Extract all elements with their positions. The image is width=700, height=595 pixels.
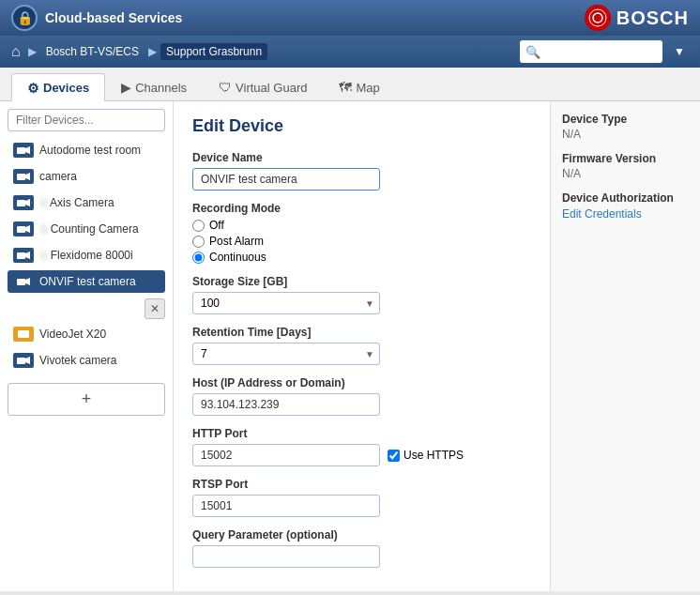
device-name-label: Device Name bbox=[192, 151, 531, 164]
nav-search-box[interactable]: 🔍 bbox=[520, 40, 662, 63]
list-item[interactable]: VideoJet X20 bbox=[8, 323, 165, 345]
device-type-label: Device Type bbox=[562, 113, 689, 126]
query-param-group: Query Parameter (optional) bbox=[192, 528, 531, 568]
storage-size-group: Storage Size [GB] 100 ▼ bbox=[192, 275, 531, 314]
list-item[interactable]: Vivotek camera bbox=[8, 349, 165, 372]
firmware-version-label: Firmware Version bbox=[562, 152, 689, 165]
retention-time-wrapper: 7 ▼ bbox=[192, 343, 380, 365]
radio-post-alarm[interactable]: Post Alarm bbox=[192, 235, 531, 248]
device-type-section: Device Type N/A bbox=[562, 113, 689, 141]
edit-credentials-link[interactable]: Edit Credentials bbox=[562, 207, 642, 221]
use-https-label[interactable]: Use HTTPS bbox=[388, 449, 464, 462]
list-item[interactable]: 's Flexidome 8000i bbox=[8, 244, 165, 267]
search-input[interactable] bbox=[544, 45, 657, 58]
list-item[interactable]: ONVIF test camera bbox=[8, 270, 165, 293]
storage-size-label: Storage Size [GB] bbox=[192, 275, 531, 288]
firmware-version-value: N/A bbox=[562, 167, 689, 180]
list-item[interactable]: 's Axis Camera bbox=[8, 191, 165, 214]
use-https-text: Use HTTPS bbox=[403, 449, 464, 462]
nav-bar: ⌂ ▶ Bosch BT-VS/ECS ▶ Support Grasbrunn … bbox=[0, 36, 700, 68]
main-content: Autodome test room camera 's Axis Camera… bbox=[0, 101, 700, 591]
svg-rect-12 bbox=[17, 279, 25, 285]
tab-channels-label: Channels bbox=[135, 81, 187, 95]
camera-icon bbox=[13, 143, 34, 158]
devices-tab-icon: ⚙ bbox=[27, 81, 39, 96]
camera-icon bbox=[13, 248, 34, 263]
list-item[interactable]: Autodome test room bbox=[8, 139, 165, 161]
list-item[interactable]: 's Counting Camera bbox=[8, 218, 165, 240]
radio-off[interactable]: Off bbox=[192, 219, 531, 232]
radio-off-input[interactable] bbox=[192, 220, 205, 232]
add-device-button[interactable]: + bbox=[8, 383, 165, 416]
device-name-field[interactable] bbox=[192, 168, 380, 191]
device-name-group: Device Name bbox=[192, 151, 531, 191]
radio-post-alarm-input[interactable] bbox=[192, 236, 205, 248]
list-item[interactable]: camera bbox=[8, 165, 165, 188]
camera-icon bbox=[13, 353, 34, 368]
host-label: Host (IP Address or Domain) bbox=[192, 376, 531, 389]
app-title: Cloud-based Services bbox=[45, 10, 182, 25]
svg-marker-9 bbox=[25, 225, 30, 233]
rtsp-port-label: RTSP Port bbox=[192, 478, 531, 491]
device-name: 's Axis Camera bbox=[39, 196, 160, 209]
tabs-bar: ⚙ Devices ▶ Channels 🛡 Virtual Guard 🗺 M… bbox=[0, 68, 700, 101]
device-type-value: N/A bbox=[562, 128, 689, 141]
bosch-circle-icon bbox=[585, 5, 611, 31]
svg-marker-7 bbox=[25, 199, 30, 206]
recording-mode-group: Recording Mode Off Post Alarm Continuous bbox=[192, 202, 531, 264]
recording-mode-label: Recording Mode bbox=[192, 202, 531, 215]
device-name: VideoJet X20 bbox=[39, 328, 160, 341]
storage-size-select[interactable]: 100 bbox=[192, 292, 380, 314]
delete-device-button[interactable]: ✕ bbox=[145, 298, 165, 319]
bosch-label: BOSCH bbox=[616, 8, 689, 29]
bosch-logo: BOSCH bbox=[585, 5, 689, 31]
camera-icon bbox=[13, 169, 34, 184]
device-name: ONVIF test camera bbox=[39, 275, 160, 288]
tab-devices[interactable]: ⚙ Devices bbox=[11, 73, 105, 101]
tab-virtual-guard[interactable]: 🛡 Virtual Guard bbox=[203, 73, 323, 100]
device-name: 's Flexidome 8000i bbox=[39, 249, 160, 262]
svg-rect-10 bbox=[17, 252, 25, 259]
svg-rect-4 bbox=[17, 174, 25, 180]
breadcrumb-bt-vs-ecs[interactable]: Bosch BT-VS/ECS bbox=[40, 43, 145, 60]
svg-marker-3 bbox=[25, 146, 30, 154]
query-param-label: Query Parameter (optional) bbox=[192, 528, 531, 542]
camera-icon bbox=[13, 195, 34, 210]
tab-map-label: Map bbox=[356, 81, 379, 95]
edit-device-title: Edit Device bbox=[192, 116, 531, 136]
nav-arrow-1: ▶ bbox=[28, 45, 37, 58]
radio-continuous-input[interactable] bbox=[192, 252, 205, 264]
host-field[interactable] bbox=[192, 393, 380, 416]
svg-marker-5 bbox=[25, 173, 30, 180]
filter-devices-input[interactable] bbox=[8, 109, 165, 131]
tab-channels[interactable]: ▶ Channels bbox=[105, 73, 203, 100]
firmware-version-section: Firmware Version N/A bbox=[562, 152, 689, 180]
rtsp-port-field[interactable] bbox=[192, 495, 380, 517]
breadcrumb-support-grasbrunn[interactable]: Support Grasbrunn bbox=[160, 43, 267, 60]
svg-rect-2 bbox=[17, 147, 25, 154]
device-name: camera bbox=[39, 170, 160, 183]
nav-user[interactable]: ▼ bbox=[666, 43, 692, 60]
radio-post-alarm-label: Post Alarm bbox=[209, 235, 264, 248]
home-button[interactable]: ⌂ bbox=[8, 41, 24, 62]
use-https-checkbox[interactable] bbox=[388, 450, 400, 462]
app-logo: 🔒 bbox=[11, 5, 38, 31]
svg-marker-13 bbox=[25, 278, 30, 285]
radio-continuous[interactable]: Continuous bbox=[192, 251, 531, 264]
tab-map[interactable]: 🗺 Map bbox=[323, 73, 395, 100]
http-port-group: HTTP Port Use HTTPS bbox=[192, 427, 531, 466]
http-port-field[interactable] bbox=[192, 444, 380, 466]
svg-rect-16 bbox=[17, 358, 25, 364]
device-name: 's Counting Camera bbox=[39, 222, 160, 236]
sidebar: Autodome test room camera 's Axis Camera… bbox=[0, 101, 174, 591]
map-tab-icon: 🗺 bbox=[339, 80, 352, 95]
search-icon: 🔍 bbox=[525, 45, 540, 59]
nav-arrow-2: ▶ bbox=[148, 45, 157, 58]
svg-rect-8 bbox=[17, 226, 25, 233]
radio-continuous-label: Continuous bbox=[209, 251, 266, 264]
camera-icon bbox=[13, 221, 34, 236]
recording-mode-options: Off Post Alarm Continuous bbox=[192, 219, 531, 264]
retention-time-select[interactable]: 7 bbox=[192, 343, 380, 365]
query-param-field[interactable] bbox=[192, 545, 380, 568]
svg-point-0 bbox=[589, 9, 606, 26]
